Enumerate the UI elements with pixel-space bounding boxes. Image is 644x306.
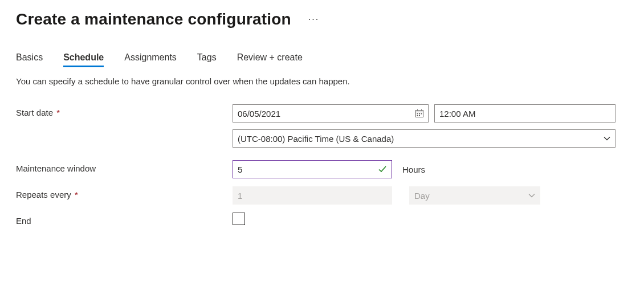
tab-assignments[interactable]: Assignments <box>124 52 177 66</box>
tab-bar: Basics Schedule Assignments Tags Review … <box>16 52 628 66</box>
tab-description: You can specify a schedule to have granu… <box>16 76 628 86</box>
repeats-every-label-text: Repeats every <box>16 190 71 199</box>
end-label: End <box>16 213 233 226</box>
start-time-input[interactable] <box>434 104 616 123</box>
more-button[interactable]: ··· <box>305 13 323 26</box>
end-checkbox[interactable] <box>233 213 245 225</box>
maintenance-window-input[interactable] <box>233 160 392 178</box>
maintenance-window-unit: Hours <box>402 165 425 174</box>
required-indicator: * <box>72 190 78 199</box>
start-date-input[interactable] <box>233 104 429 123</box>
repeats-count-input <box>233 186 392 205</box>
page-title: Create a maintenance configuration <box>16 10 291 28</box>
start-date-label: Start date * <box>16 104 233 117</box>
required-indicator: * <box>54 108 60 117</box>
repeats-unit-select <box>409 186 540 205</box>
start-date-label-text: Start date <box>16 108 53 117</box>
tab-schedule[interactable]: Schedule <box>63 52 104 66</box>
maintenance-window-label: Maintenance window <box>16 160 233 173</box>
ellipsis-icon: ··· <box>308 14 319 24</box>
tab-basics[interactable]: Basics <box>16 52 43 66</box>
tab-review-create[interactable]: Review + create <box>237 52 303 66</box>
repeats-every-label: Repeats every * <box>16 186 233 199</box>
timezone-select[interactable] <box>233 129 616 148</box>
tab-tags[interactable]: Tags <box>197 52 217 66</box>
